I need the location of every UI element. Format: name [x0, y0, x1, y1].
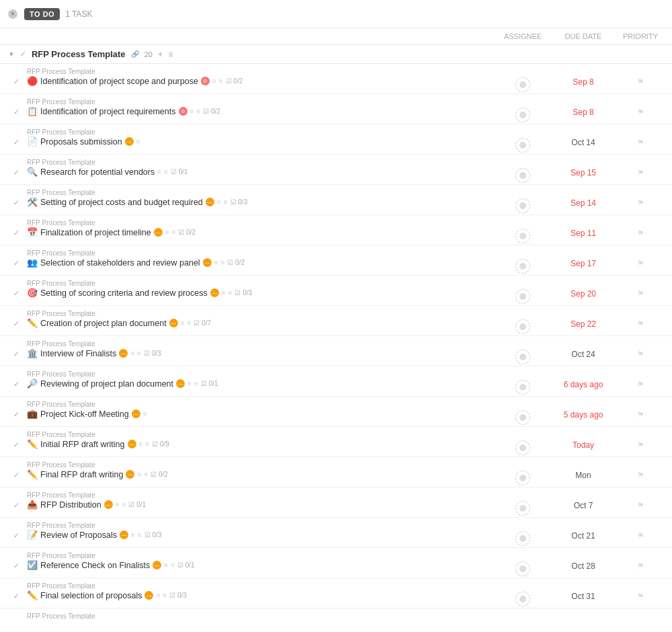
task-menu-icon: ≡ [137, 471, 141, 478]
task-check[interactable]: ✓ [8, 307, 24, 328]
task-name: Reference Check on Finalists [40, 561, 150, 570]
task-row[interactable]: ✓ RFP Process Template 📄 Proposals submi… [0, 124, 672, 155]
task-name-row: 🔎 Reviewing of project plan document — ≡… [27, 379, 496, 389]
task-row[interactable]: ✓ RFP Process Template 📝 Review of Propo… [0, 518, 672, 548]
task-emoji: 🔍 [27, 167, 38, 177]
task-menu-icon: ≡ [139, 440, 143, 448]
task-row[interactable]: ✓ RFP Process Template 📅 Finalization of… [0, 215, 672, 245]
task-emoji: 📤 [27, 500, 38, 510]
task-menu-icon: ≡ [181, 319, 185, 327]
group-expand-icon[interactable]: ▼ [8, 50, 15, 58]
priority-col: ⚑ [617, 368, 664, 389]
task-checklist: ☑ 0/2 [226, 77, 243, 85]
group-add-icon[interactable]: + [158, 49, 163, 59]
group-menu-icon[interactable]: ≡ [168, 50, 173, 59]
task-emoji: 📝 [27, 530, 38, 540]
status-yellow-icon: — [206, 198, 214, 206]
status-yellow-icon: — [120, 530, 128, 539]
avatar-inner [519, 81, 526, 88]
task-row[interactable]: ✓ RFP Process Template 🏛️ Interview of F… [0, 336, 672, 366]
task-row[interactable]: ✓ RFP Process Template ☑️ Reference Chec… [0, 548, 672, 578]
status-yellow-icon: — [169, 319, 178, 327]
due-date-cell: Sep 8 [550, 95, 617, 117]
task-check[interactable]: ✓ [8, 610, 24, 619]
task-row[interactable]: ✓ RFP Process Template ✏️ Creation of pr… [0, 306, 672, 336]
priority-col: ⚑ [617, 398, 664, 420]
task-menu-icon: ≡ [156, 592, 160, 599]
task-check[interactable]: ✓ [8, 338, 24, 358]
avatar-inner [519, 505, 526, 512]
task-checklist: ☑ 0/3 [169, 592, 187, 599]
task-check[interactable]: ✓ [8, 186, 24, 207]
task-row[interactable]: ✓ RFP Process Template 🔎 Reviewing of pr… [0, 366, 672, 397]
task-row[interactable]: ✓ RFP Process Template 📤 RFP Distributio… [0, 487, 672, 518]
flag-icon: ⚑ [637, 501, 644, 510]
task-name-row: 📋 Identification of project requirements… [27, 106, 496, 116]
task-check[interactable]: ✓ [8, 216, 24, 237]
priority-col: ⚑ [617, 95, 664, 117]
task-check[interactable]: ✓ [8, 580, 24, 600]
task-template-label: RFP Process Template [27, 280, 496, 287]
task-template-label: RFP Process Template [27, 522, 496, 529]
task-check[interactable]: ✓ [8, 277, 24, 298]
task-row[interactable]: ✓ RFP Process Template ✏️ Final RFP draf… [0, 457, 672, 487]
task-content: RFP Process Template 🛠️ Setting of proje… [24, 186, 496, 210]
avatar [515, 229, 530, 243]
task-row[interactable]: ✓ RFP Process Template 👥 Selection of st… [0, 245, 672, 276]
task-menu-icon: ≡ [143, 410, 147, 418]
task-template-label: RFP Process Template [27, 159, 496, 166]
task-check[interactable]: ✓ [8, 156, 24, 177]
task-check[interactable]: ✓ [8, 398, 24, 419]
close-button[interactable]: × [8, 9, 17, 19]
task-check[interactable]: ✓ [8, 368, 24, 389]
task-check[interactable]: ✓ [8, 519, 24, 540]
status-yellow-icon: — [154, 228, 163, 237]
task-emoji: ✏️ [27, 318, 38, 328]
task-row[interactable]: ✓ RFP Process Template ✏️ Final selectio… [0, 578, 672, 608]
task-name: Setting of project costs and budget requ… [40, 198, 203, 207]
task-row[interactable]: ✓ RFP Process Template 🛠️ Setting of pro… [0, 185, 672, 215]
task-content: RFP Process Template 💼 Project Kick-off … [24, 398, 496, 422]
task-list-icon: ≡ [171, 561, 175, 569]
task-row[interactable]: ✓ RFP Process Template 🎯 Setting of scor… [0, 276, 672, 306]
task-template-label: RFP Process Template [27, 189, 496, 196]
task-row[interactable]: ✓ RFP Process Template 💼 Project Kick-of… [0, 397, 672, 427]
due-date-cell: Nov 3 [550, 610, 617, 619]
task-emoji: 🎯 [27, 288, 38, 298]
due-date-cell: Oct 31 [550, 580, 617, 601]
due-date-cell: Sep 17 [550, 247, 617, 268]
task-row[interactable]: ✓ RFP Process Template 🔴 Identification … [0, 64, 672, 94]
assignee-col [496, 459, 550, 485]
status-stop-icon: ⊘ [201, 77, 210, 85]
assignee-col [496, 610, 550, 619]
task-row[interactable]: ✓ RFP Process Template 📋 Identification … [0, 94, 672, 124]
task-content: RFP Process Template 📞 Final negotiation… [24, 610, 496, 619]
task-content: RFP Process Template ☑️ Reference Check … [24, 549, 496, 573]
task-check[interactable]: ✓ [8, 247, 24, 268]
status-yellow-icon: — [119, 349, 128, 358]
task-menu-icon: ≡ [164, 561, 168, 569]
task-row[interactable]: ✓ RFP Process Template 📞 Final negotiati… [0, 608, 672, 619]
task-checklist: ☑ 0/2 [203, 108, 220, 115]
task-check[interactable]: ✓ [8, 428, 24, 449]
priority-col: ⚑ [617, 216, 664, 238]
task-check[interactable]: ✓ [8, 126, 24, 147]
task-check[interactable]: ✓ [8, 459, 24, 479]
task-name: Setting of scoring criteria and review p… [40, 288, 208, 298]
priority-header: PRIORITY [617, 32, 664, 40]
priority-col: ⚑ [617, 428, 664, 450]
task-checklist: ☑ 0/1 [201, 380, 218, 387]
task-check[interactable]: ✓ [8, 549, 24, 570]
task-list-icon: ≡ [194, 380, 198, 387]
task-check[interactable]: ✓ [8, 95, 24, 116]
status-yellow-icon: — [126, 470, 134, 479]
assignee-col [496, 398, 550, 425]
task-check[interactable]: ✓ [8, 65, 24, 86]
task-row[interactable]: ✓ RFP Process Template 🔍 Research for po… [0, 155, 672, 185]
priority-col: ⚑ [617, 277, 664, 299]
avatar [515, 108, 530, 122]
task-row[interactable]: ✓ RFP Process Template ✏️ Initial RFP dr… [0, 427, 672, 457]
task-template-label: RFP Process Template [27, 219, 496, 227]
task-template-label: RFP Process Template [27, 613, 496, 619]
task-check[interactable]: ✓ [8, 489, 24, 510]
